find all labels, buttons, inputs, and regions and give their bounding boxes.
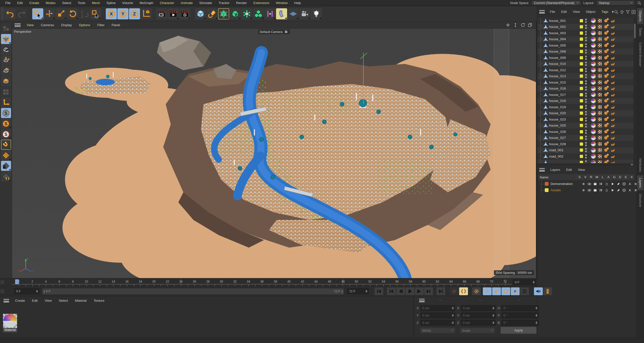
coordinate-system-button[interactable] [141, 8, 152, 19]
layer-color-chip[interactable] [580, 87, 583, 90]
uv-tag[interactable] [598, 148, 602, 152]
object-row[interactable]: house_001 [537, 18, 633, 24]
uv-tag[interactable] [598, 50, 602, 53]
object-icon[interactable] [543, 92, 548, 97]
object-row[interactable]: house_002 [537, 24, 633, 30]
timeline-film-button[interactable] [543, 287, 552, 295]
add-generator-button[interactable] [230, 8, 241, 19]
phong-tag[interactable] [604, 50, 607, 53]
add-deformer-button[interactable] [276, 8, 287, 19]
object-icon[interactable] [543, 37, 548, 42]
material-tag[interactable] [591, 31, 596, 35]
display-tag[interactable] [611, 154, 615, 159]
visibility-dots[interactable] [585, 25, 588, 29]
display[interactable]: Display [58, 22, 76, 29]
visible-toggle[interactable] [586, 188, 592, 192]
current-frame-field[interactable]: 0 F [513, 279, 536, 285]
rotation-field[interactable]: 0 ° [501, 313, 539, 318]
model-mode-button[interactable] [1, 34, 11, 44]
material-tag[interactable] [591, 123, 596, 128]
layer-color-chip[interactable] [545, 182, 549, 186]
uv-tag[interactable] [598, 44, 602, 47]
cameras[interactable]: Cameras [37, 22, 58, 29]
spinner-arrows-icon[interactable] [451, 314, 455, 317]
object-icon[interactable] [543, 24, 548, 29]
scale-field[interactable]: 0 cm [461, 305, 496, 311]
add-spline-button[interactable] [207, 8, 218, 19]
objects[interactable]: Objects [637, 8, 643, 24]
simulate[interactable]: Simulate [196, 0, 215, 6]
object-icon[interactable] [543, 117, 548, 122]
visibility-dots[interactable] [585, 136, 588, 140]
material-tag[interactable] [591, 117, 596, 122]
node-space-select[interactable]: Current (Standard/Physical) [532, 1, 581, 5]
object-row[interactable]: house_019 [537, 104, 633, 110]
snap-toggle-button[interactable]: S [1, 108, 11, 118]
uv-tag[interactable] [598, 74, 602, 78]
spinner-arrows-icon[interactable] [451, 321, 455, 324]
object-icon[interactable] [543, 154, 548, 159]
uv-tag[interactable] [598, 136, 602, 140]
display-tag[interactable] [611, 105, 615, 109]
material-tag[interactable] [591, 142, 596, 146]
goto-end-button[interactable] [436, 287, 445, 295]
layer-row[interactable]: Assets [538, 187, 634, 193]
material-tag[interactable] [591, 25, 596, 29]
display-tag[interactable] [611, 80, 615, 85]
spinner-arrows-icon[interactable] [535, 321, 538, 324]
add-camera-button[interactable] [299, 8, 310, 19]
render-picture-viewer-button[interactable] [168, 8, 179, 19]
move-button[interactable] [44, 8, 55, 19]
make-editable-button[interactable] [1, 23, 11, 33]
layer-color-chip[interactable] [580, 142, 583, 146]
display-tag[interactable] [611, 111, 615, 116]
jump-up-icon[interactable] [620, 10, 624, 14]
position-field[interactable]: 0 cm [420, 320, 455, 326]
phong-tag[interactable] [604, 93, 607, 96]
visibility-dots[interactable] [585, 117, 588, 122]
phong-tag[interactable] [604, 31, 607, 35]
phong-tag[interactable] [604, 148, 607, 152]
viewport-canvas[interactable] [12, 29, 536, 278]
phong-tag[interactable] [604, 155, 607, 158]
structure[interactable]: Structure [637, 191, 643, 210]
phong-tag[interactable] [604, 44, 607, 47]
menu-icon[interactable] [4, 299, 9, 302]
visibility-dots[interactable] [585, 43, 588, 48]
material-menu-item[interactable]: Material [72, 297, 90, 304]
layer-color-chip[interactable] [580, 93, 583, 96]
generators-toggle[interactable] [615, 182, 621, 186]
display-tag[interactable] [611, 24, 615, 29]
character[interactable]: Character [156, 0, 177, 6]
live-selection-button[interactable] [32, 8, 43, 19]
menu-icon[interactable] [15, 23, 21, 27]
display-tag[interactable] [611, 74, 615, 79]
spinner-arrows-icon[interactable] [451, 307, 455, 310]
material-tag[interactable] [591, 111, 596, 116]
object-row[interactable]: house_020 [537, 110, 633, 117]
material-tag[interactable] [591, 136, 596, 140]
spinner-arrows-icon[interactable] [492, 314, 495, 317]
undo-button[interactable] [5, 8, 16, 19]
file[interactable]: File [2, 0, 14, 6]
menu-icon[interactable] [539, 10, 545, 14]
phong-tag[interactable] [604, 74, 607, 78]
modes[interactable]: Modes [42, 0, 59, 6]
material-tag[interactable] [591, 86, 596, 91]
filter-icon[interactable] [625, 10, 630, 14]
object-icon[interactable] [543, 135, 548, 140]
layer-color-chip[interactable] [580, 81, 583, 84]
material-tag[interactable] [591, 62, 596, 66]
solo-toggle[interactable] [581, 182, 586, 186]
attributes[interactable]: Attributes [637, 156, 643, 174]
material-tag[interactable] [591, 99, 596, 103]
uv-tag[interactable] [598, 31, 602, 35]
phong-tag[interactable] [604, 87, 607, 90]
expressions-toggle[interactable] [627, 182, 633, 186]
layer-color-chip[interactable] [580, 50, 583, 53]
display-tag[interactable] [611, 18, 615, 23]
key-pla-button[interactable] [520, 287, 529, 295]
edit[interactable]: Edit [14, 0, 26, 6]
uv-tag[interactable] [598, 105, 602, 109]
animation-toggle[interactable] [609, 188, 615, 192]
